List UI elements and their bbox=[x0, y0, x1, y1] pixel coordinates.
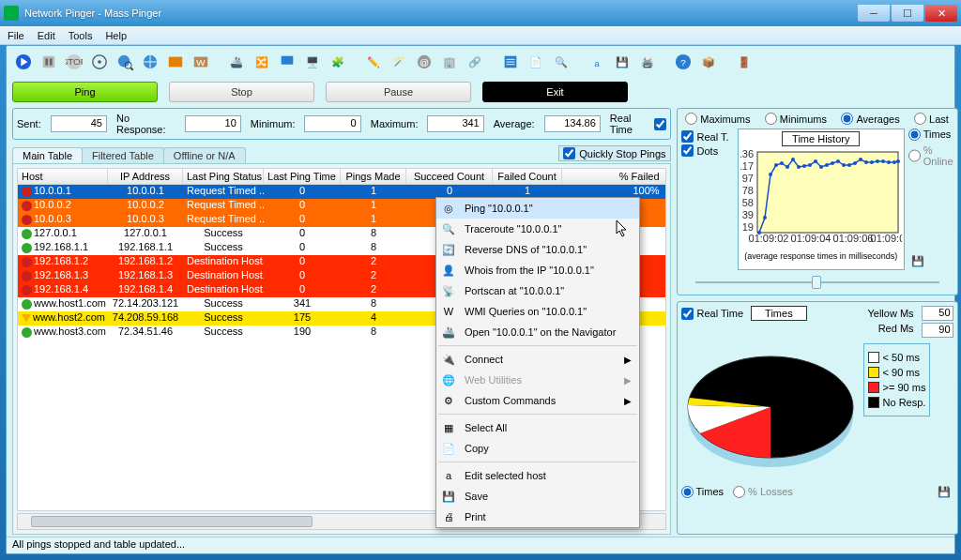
svg-point-42 bbox=[802, 164, 806, 168]
svg-point-9 bbox=[118, 55, 130, 68]
save-icon[interactable]: 💾 bbox=[611, 51, 633, 73]
scan-icon[interactable] bbox=[164, 51, 187, 73]
quickly-stop-checkbox[interactable]: Quickly Stop Pings bbox=[558, 145, 670, 161]
svg-point-40 bbox=[791, 158, 795, 161]
close-button[interactable]: ✕ bbox=[925, 5, 957, 22]
svg-line-11 bbox=[130, 68, 133, 70]
legend-lt90: < 90 ms bbox=[883, 367, 920, 378]
ctx-portscan[interactable]: 📡Portscan at "10.0.0.1" bbox=[436, 280, 639, 301]
ctx-open[interactable]: 🚢Open "10.0.0.1" on the Navigator bbox=[436, 322, 639, 342]
about-icon[interactable]: 📦 bbox=[697, 51, 720, 73]
ctx-rdns[interactable]: 🔄Reverse DNS of "10.0.0.1" bbox=[436, 239, 639, 260]
svg-text:117: 117 bbox=[740, 160, 754, 172]
wmi-icon[interactable]: W bbox=[190, 51, 212, 73]
ctx-print[interactable]: 🖨Print bbox=[436, 507, 639, 527]
ctx-trace[interactable]: 🔍Traceroute "10.0.0.1" bbox=[436, 219, 639, 239]
ping-button[interactable]: Ping bbox=[12, 82, 158, 102]
col-failed[interactable]: Failed Count bbox=[493, 169, 562, 184]
ctx-custom[interactable]: ⚙Custom Commands▶ bbox=[436, 390, 639, 411]
menu-file[interactable]: File bbox=[8, 30, 24, 41]
context-menu: ◎Ping "10.0.0.1" 🔍Traceroute "10.0.0.1" … bbox=[435, 197, 640, 528]
maximize-button[interactable]: ☐ bbox=[892, 5, 923, 22]
radio-pctonline[interactable]: % Online bbox=[908, 144, 953, 167]
history-slider[interactable] bbox=[681, 274, 953, 291]
dots-checkbox[interactable]: Dots bbox=[681, 144, 738, 157]
ctx-whois[interactable]: 👤Whois from the IP "10.0.0.1" bbox=[436, 260, 639, 280]
realtime-checkbox[interactable] bbox=[654, 118, 666, 130]
svg-text:W: W bbox=[196, 57, 206, 68]
col-succeed[interactable]: Succeed Count bbox=[406, 169, 493, 184]
menu-tools[interactable]: Tools bbox=[69, 30, 93, 41]
pie-radio-losses[interactable]: % Losses bbox=[733, 486, 793, 498]
radio-last[interactable]: Last bbox=[914, 113, 949, 125]
switch-icon[interactable]: 🔀 bbox=[251, 51, 273, 73]
ctx-connect[interactable]: 🔌Connect▶ bbox=[436, 349, 639, 370]
globe-icon[interactable] bbox=[139, 51, 161, 73]
svg-text:136: 136 bbox=[740, 148, 754, 159]
edit-icon[interactable]: a bbox=[586, 51, 608, 73]
target-icon[interactable] bbox=[88, 51, 111, 73]
save-chart-icon[interactable]: 💾 bbox=[908, 251, 927, 270]
wand-icon[interactable]: ✏️ bbox=[362, 51, 385, 73]
globe-search-icon[interactable] bbox=[114, 51, 136, 73]
pie-radio-times[interactable]: Times bbox=[681, 486, 725, 498]
magic-icon[interactable]: 🪄 bbox=[388, 51, 410, 73]
play-icon[interactable] bbox=[12, 51, 35, 73]
at-icon[interactable]: @ bbox=[413, 51, 435, 73]
radio-minimums[interactable]: Minimums bbox=[765, 113, 827, 125]
sent-label: Sent: bbox=[17, 118, 41, 129]
avg-label: Average: bbox=[494, 118, 535, 129]
exit-icon[interactable]: 🚪 bbox=[733, 51, 755, 73]
svg-point-46 bbox=[825, 163, 829, 167]
stop-icon[interactable]: STOP bbox=[63, 51, 85, 73]
redms-value[interactable]: 90 bbox=[922, 323, 953, 338]
radio-averages[interactable]: Averages bbox=[841, 113, 899, 125]
ctx-selectall[interactable]: ▦Select All bbox=[436, 417, 639, 438]
svg-text:?: ? bbox=[680, 57, 686, 68]
realt-checkbox[interactable]: Real T. bbox=[681, 130, 738, 143]
ctx-ping[interactable]: ◎Ping "10.0.0.1" bbox=[436, 198, 639, 219]
remote-icon[interactable] bbox=[276, 51, 298, 73]
col-host[interactable]: Host bbox=[18, 169, 108, 184]
menu-help[interactable]: Help bbox=[105, 30, 127, 41]
col-ip[interactable]: IP Address bbox=[108, 169, 183, 184]
col-pct[interactable]: % Failed bbox=[562, 169, 665, 184]
realtime-label: Real Time bbox=[610, 113, 650, 135]
svg-text:STOP: STOP bbox=[66, 56, 83, 67]
stop-button[interactable]: Stop bbox=[169, 82, 314, 102]
putty-icon[interactable]: 🧩 bbox=[327, 51, 349, 73]
yellowms-value[interactable]: 50 bbox=[922, 306, 953, 321]
ctx-copy[interactable]: 📄Copy bbox=[436, 438, 639, 459]
col-time[interactable]: Last Ping Time bbox=[264, 169, 341, 184]
ctx-wmi[interactable]: WWMI Queries on "10.0.0.1" bbox=[436, 301, 639, 322]
pause-button[interactable]: Pause bbox=[326, 82, 471, 102]
times-realtime-checkbox[interactable]: Real Time bbox=[681, 308, 744, 320]
ctx-edit[interactable]: aEdit selected host bbox=[436, 465, 639, 486]
print-icon[interactable]: 🖨️ bbox=[636, 51, 659, 73]
desktop-icon[interactable]: 🖥️ bbox=[301, 51, 324, 73]
svg-text:78: 78 bbox=[742, 185, 754, 196]
list-icon[interactable] bbox=[499, 51, 522, 73]
ship-icon[interactable]: 🚢 bbox=[225, 51, 248, 73]
save-pie-icon[interactable]: 💾 bbox=[935, 482, 953, 501]
link-icon[interactable]: 🔗 bbox=[464, 51, 486, 73]
menu-edit[interactable]: Edit bbox=[38, 30, 55, 41]
radio-maximums[interactable]: Maximums bbox=[685, 113, 750, 125]
col-status[interactable]: Last Ping Status bbox=[183, 169, 264, 184]
minimize-button[interactable]: ─ bbox=[858, 5, 890, 22]
tab-offline[interactable]: Offline or N/A bbox=[163, 147, 246, 163]
tab-main[interactable]: Main Table bbox=[12, 147, 83, 163]
col-made[interactable]: Pings Made bbox=[341, 169, 406, 184]
pause-icon[interactable] bbox=[38, 51, 60, 73]
building-icon[interactable]: 🏢 bbox=[438, 51, 461, 73]
help-icon[interactable]: ? bbox=[672, 51, 694, 73]
window-title: Network Pinger - Mass Pinger bbox=[24, 8, 161, 19]
exit-button[interactable]: Exit bbox=[482, 82, 628, 102]
zoom-icon[interactable]: 🔍 bbox=[550, 51, 572, 73]
svg-rect-16 bbox=[282, 56, 294, 65]
svg-text:01:09:08: 01:09:08 bbox=[870, 233, 901, 244]
tab-filtered[interactable]: Filtered Table bbox=[82, 147, 164, 163]
radio-times[interactable]: Times bbox=[908, 129, 953, 141]
ctx-save[interactable]: 💾Save bbox=[436, 486, 639, 507]
copy-icon[interactable]: 📄 bbox=[525, 51, 547, 73]
